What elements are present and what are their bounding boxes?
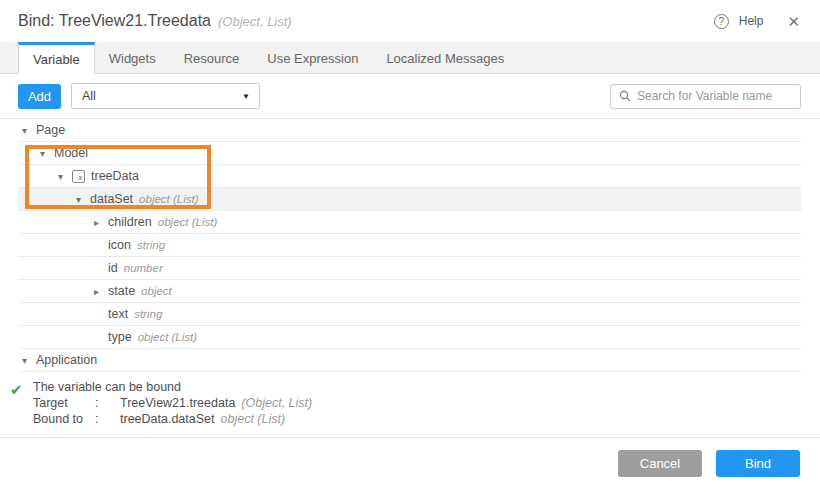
bound-to-value: treeData.dataSet — [120, 411, 215, 427]
target-label: Target — [33, 395, 95, 411]
caret-right-icon[interactable]: ▸ — [94, 217, 108, 228]
caret-down-icon[interactable]: ▾ — [76, 194, 90, 205]
tree-node-label: Application — [36, 353, 97, 367]
variable-search[interactable] — [610, 84, 801, 109]
target-type: (Object, List) — [241, 395, 312, 411]
tree-node-type: object (List) — [139, 193, 198, 205]
tree-row-page[interactable]: ▾Page — [18, 119, 801, 142]
tree-row-treedata[interactable]: ▾xtreeData — [18, 165, 801, 188]
dialog-title-type: (Object, List) — [218, 14, 292, 29]
search-icon — [619, 90, 631, 102]
help-icon[interactable]: ? — [714, 14, 729, 29]
tree-node-label: Page — [36, 123, 65, 137]
dialog-header: Bind: TreeView21.Treedata (Object, List)… — [0, 0, 820, 42]
tree-row-dataset[interactable]: ▾dataSetobject (List) — [18, 188, 801, 211]
tree-node-label: state — [108, 284, 135, 298]
dropdown-caret-icon: ▼ — [242, 92, 250, 101]
bound-to-label: Bound to — [33, 411, 95, 427]
search-input[interactable] — [637, 89, 792, 103]
tree-node-label: id — [108, 261, 118, 275]
tree-row-type[interactable]: typeobject (List) — [18, 326, 801, 349]
variable-filter-dropdown[interactable]: All ▼ — [71, 83, 260, 109]
caret-down-icon[interactable]: ▾ — [22, 125, 36, 136]
tab-bar: Variable Widgets Resource Use Expression… — [0, 42, 820, 74]
tree-node-label: type — [108, 330, 132, 344]
tree-node-type: object (List) — [158, 216, 217, 228]
status-message: The variable can be bound — [33, 379, 181, 395]
bind-status: ✔ The variable can be bound Target : Tre… — [0, 372, 820, 438]
bound-to-type: object (List) — [221, 411, 286, 427]
tree-node-type: string — [134, 308, 162, 320]
tree-node-label: dataSet — [90, 192, 133, 206]
bind-button[interactable]: Bind — [716, 450, 800, 477]
caret-down-icon[interactable]: ▾ — [40, 148, 54, 159]
tab-resource[interactable]: Resource — [170, 41, 254, 73]
tree-node-label: icon — [108, 238, 131, 252]
caret-right-icon[interactable]: ▸ — [94, 286, 108, 297]
caret-down-icon[interactable]: ▾ — [58, 171, 72, 182]
tree-row-icon[interactable]: iconstring — [18, 234, 801, 257]
tree-node-label: Model — [54, 146, 88, 160]
variable-tree: ▾Page▾Model▾xtreeData▾dataSetobject (Lis… — [18, 119, 801, 372]
variable-icon: x — [72, 170, 85, 183]
target-value: TreeView21.treedata — [120, 395, 235, 411]
tab-use-expression[interactable]: Use Expression — [253, 41, 372, 73]
filter-selected-value: All — [82, 89, 96, 103]
bind-dialog: Bind: TreeView21.Treedata (Object, List)… — [0, 0, 820, 489]
tree-row-state[interactable]: ▸stateobject — [18, 280, 801, 303]
tree-node-type: object (List) — [138, 331, 197, 343]
tab-variable[interactable]: Variable — [18, 42, 95, 74]
add-button[interactable]: Add — [18, 84, 61, 109]
help-link[interactable]: Help — [739, 14, 764, 28]
caret-down-icon[interactable]: ▾ — [22, 355, 36, 366]
tree-row-text[interactable]: textstring — [18, 303, 801, 326]
variable-toolbar: Add All ▼ — [0, 74, 820, 119]
dialog-footer: Cancel Bind — [0, 438, 820, 489]
tab-localized-messages[interactable]: Localized Messages — [372, 41, 518, 73]
tab-widgets[interactable]: Widgets — [95, 41, 170, 73]
tree-node-type: number — [124, 262, 163, 274]
tree-row-children[interactable]: ▸childrenobject (List) — [18, 211, 801, 234]
tree-node-label: text — [108, 307, 128, 321]
tree-row-id[interactable]: idnumber — [18, 257, 801, 280]
tree-node-label: children — [108, 215, 152, 229]
close-icon[interactable]: ✕ — [787, 14, 800, 29]
dialog-title: Bind: TreeView21.Treedata — [18, 12, 211, 30]
tree-node-type: object — [141, 285, 172, 297]
tree-row-model[interactable]: ▾Model — [18, 142, 801, 165]
tree-node-type: string — [137, 239, 165, 251]
cancel-button[interactable]: Cancel — [618, 450, 702, 477]
success-check-icon: ✔ — [10, 379, 33, 437]
tree-node-label: treeData — [91, 169, 139, 183]
tree-row-application[interactable]: ▾Application — [18, 349, 801, 372]
